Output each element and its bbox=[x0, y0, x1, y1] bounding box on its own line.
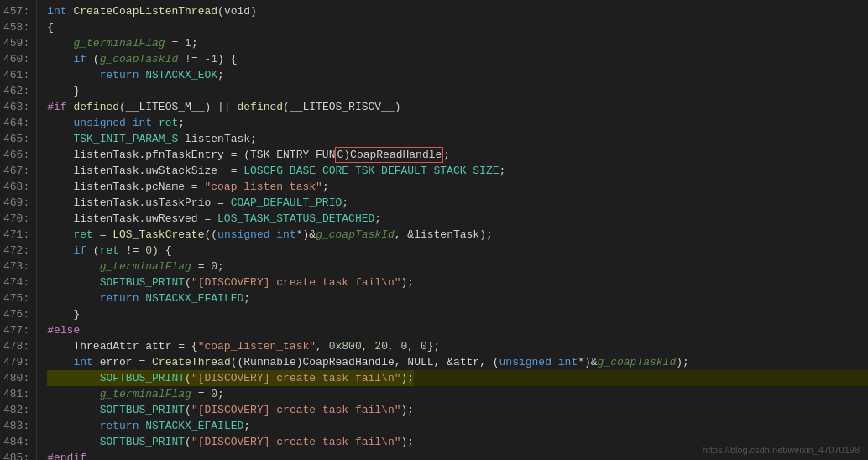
code-area[interactable]: int CreateCoapListenThread(void){ g_term… bbox=[37, 0, 868, 460]
code-token: (__LITEOS_RISCV__) bbox=[283, 99, 400, 115]
code-token: listenTask.pfnTaskEntry = (TSK_ENTRY_FUN bbox=[47, 147, 335, 163]
code-line: SOFTBUS_PRINT("[DISCOVERY] create task f… bbox=[47, 402, 868, 418]
code-line: } bbox=[47, 306, 868, 322]
code-token: 1 bbox=[211, 51, 217, 67]
code-token: #if bbox=[47, 99, 66, 115]
code-token: != bbox=[119, 243, 145, 259]
code-token bbox=[47, 243, 73, 259]
code-token bbox=[552, 354, 558, 370]
line-number: 468: bbox=[3, 179, 29, 195]
code-token: unsigned bbox=[499, 354, 552, 370]
code-token: unsigned bbox=[73, 115, 125, 131]
code-token: unsigned bbox=[217, 227, 269, 243]
code-token: ; bbox=[217, 259, 224, 274]
code-line: listenTask.pfnTaskEntry = (TSK_ENTRY_FUN… bbox=[47, 147, 868, 163]
code-token: , &listenTask); bbox=[395, 227, 493, 243]
code-line: #if defined(__LITEOS_M__) || defined(__L… bbox=[47, 99, 868, 115]
code-token: COAP_DEFAULT_PRIO bbox=[231, 195, 342, 211]
code-line: if (g_coapTaskId != -1) { bbox=[47, 51, 868, 67]
code-token bbox=[126, 115, 133, 131]
code-token bbox=[47, 115, 73, 131]
code-token bbox=[47, 259, 99, 274]
code-token bbox=[178, 131, 185, 147]
code-token: (void) bbox=[217, 3, 257, 19]
code-token: ( bbox=[86, 51, 100, 67]
code-line: if (ret != 0) { bbox=[47, 243, 868, 259]
code-token bbox=[67, 3, 74, 19]
line-number: 461: bbox=[3, 67, 29, 83]
code-token bbox=[47, 402, 99, 418]
code-token: int bbox=[276, 227, 295, 243]
code-token: g_terminalFlag bbox=[100, 386, 191, 402]
code-token: g_coapTaskId bbox=[100, 51, 179, 67]
code-token: 1 bbox=[185, 35, 191, 51]
code-token bbox=[47, 227, 73, 243]
line-number: 467: bbox=[3, 163, 29, 179]
code-token: *)& bbox=[296, 227, 316, 243]
code-line: int CreateCoapListenThread(void) bbox=[47, 3, 868, 19]
code-token: CreateCoapListenThread bbox=[73, 3, 217, 19]
code-line: return NSTACKX_EFAILED; bbox=[47, 290, 868, 306]
code-token: ; bbox=[243, 418, 250, 434]
code-token: listenTask.usTaskPrio = bbox=[47, 195, 230, 211]
code-token: return bbox=[100, 418, 139, 434]
code-token: listenTask.pcName = bbox=[47, 179, 204, 195]
code-token bbox=[47, 274, 99, 290]
line-number: 469: bbox=[3, 195, 29, 211]
code-token: #else bbox=[47, 322, 80, 338]
code-token: g_coapTaskId bbox=[598, 354, 677, 370]
code-token: { bbox=[47, 19, 54, 35]
code-token: = bbox=[165, 35, 185, 51]
code-token: } bbox=[47, 306, 80, 322]
yellow-highlight-line: SOFTBUS_PRINT("[DISCOVERY] create task f… bbox=[47, 370, 414, 386]
code-token: int bbox=[133, 115, 152, 131]
line-number: 473: bbox=[3, 259, 29, 274]
line-number: 458: bbox=[3, 19, 29, 35]
code-token bbox=[47, 418, 99, 434]
code-token: , bbox=[407, 338, 421, 354]
code-line: g_terminalFlag = 0; bbox=[47, 386, 868, 402]
code-token: ; bbox=[191, 35, 198, 51]
line-number: 482: bbox=[3, 402, 29, 418]
code-token bbox=[47, 35, 73, 51]
code-token: CreateThread bbox=[152, 354, 231, 370]
line-number: 483: bbox=[3, 418, 29, 434]
code-token: LOS_TASK_STATUS_DETACHED bbox=[217, 211, 374, 227]
code-token: TSK_INIT_PARAM_S bbox=[73, 131, 178, 147]
code-token: = bbox=[191, 259, 211, 274]
line-number: 471: bbox=[3, 227, 29, 243]
code-token: "coap_listen_task" bbox=[198, 338, 316, 354]
code-token: *)& bbox=[578, 354, 597, 370]
code-token: , bbox=[316, 338, 329, 354]
code-token bbox=[152, 115, 159, 131]
code-token: LOS_TaskCreate bbox=[112, 227, 204, 243]
code-token: = bbox=[93, 227, 112, 243]
code-line: ThreadAttr attr = {"coap_listen_task", 0… bbox=[47, 338, 868, 354]
code-token: ) bbox=[401, 402, 408, 418]
code-token: g_coapTaskId bbox=[316, 227, 395, 243]
code-token: ; bbox=[407, 402, 414, 418]
code-token: , bbox=[362, 338, 375, 354]
code-token bbox=[47, 51, 73, 67]
code-token bbox=[47, 131, 73, 147]
line-number: 459: bbox=[3, 35, 29, 51]
code-line: SOFTBUS_PRINT("[DISCOVERY] create task f… bbox=[47, 370, 868, 386]
code-token bbox=[67, 99, 74, 115]
code-token bbox=[47, 386, 99, 402]
code-token: ret bbox=[159, 115, 178, 131]
code-token: ret bbox=[73, 227, 92, 243]
code-token: LOSCFG_BASE_CORE_TSK_DEFAULT_STACK_SIZE bbox=[243, 163, 499, 179]
code-line: return NSTACKX_EOK; bbox=[47, 67, 868, 83]
code-token: "[DISCOVERY] create task fail\n" bbox=[191, 402, 401, 418]
code-token: "[DISCOVERY] create task fail\n" bbox=[191, 274, 401, 290]
line-numbers: 457:458:459:460:461:462:463:464:465:466:… bbox=[0, 0, 37, 460]
line-number: 470: bbox=[3, 211, 29, 227]
line-number: 480: bbox=[3, 370, 29, 386]
code-token: }; bbox=[427, 338, 441, 354]
code-token: ; bbox=[374, 211, 381, 227]
code-line: listenTask.uwResved = LOS_TASK_STATUS_DE… bbox=[47, 211, 868, 227]
code-line: } bbox=[47, 83, 868, 99]
code-token: 0 bbox=[145, 243, 152, 259]
line-number: 475: bbox=[3, 290, 29, 306]
code-token: listenTask; bbox=[185, 131, 257, 147]
